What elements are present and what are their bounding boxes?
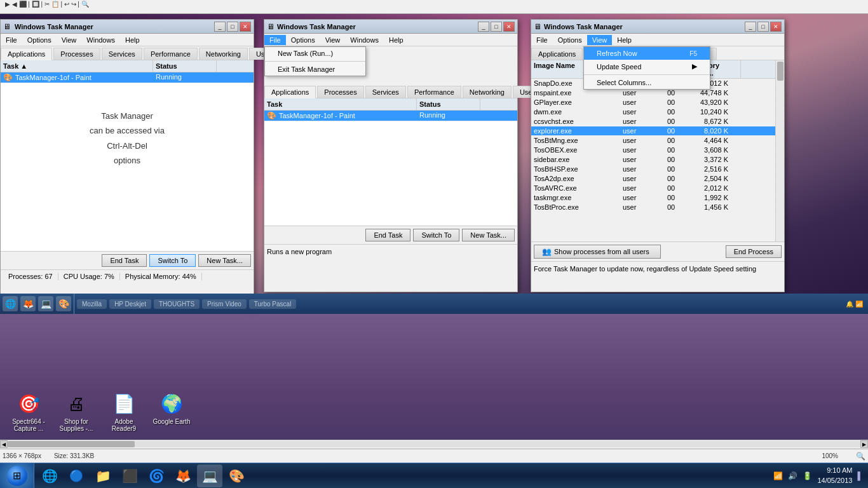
window2-tab-networking[interactable]: Networking xyxy=(463,86,512,98)
window1-minimize[interactable]: _ xyxy=(214,22,226,32)
window3-minimize[interactable]: _ xyxy=(745,22,756,32)
window1-maximize[interactable]: □ xyxy=(227,22,238,32)
window1-new-task-btn[interactable]: New Task... xyxy=(198,254,251,267)
window2-new-task-btn[interactable]: New Task... xyxy=(462,229,515,241)
window1-tab-performance[interactable]: Performance xyxy=(144,48,198,60)
window3-end-process-btn[interactable]: End Process xyxy=(726,245,782,258)
window3-process-row-8[interactable]: sidebar.exe user 00 3,372 K xyxy=(531,155,784,165)
window3-process-row-1[interactable]: mspaint.exe user 00 44,748 K xyxy=(531,88,784,98)
window3-process-row-11[interactable]: TosAVRC.exe user 00 2,012 K xyxy=(531,184,784,193)
window2-close[interactable]: ✕ xyxy=(503,22,515,32)
window3-process-row-13[interactable]: TosBtProc.exe user 00 1,456 K xyxy=(531,203,784,212)
window3-menu-file[interactable]: File xyxy=(531,35,553,45)
taskbar2-item3[interactable]: THOUGHTS xyxy=(154,299,200,309)
window2-tab-performance[interactable]: Performance xyxy=(407,86,461,98)
window3-menu-help[interactable]: Help xyxy=(612,35,637,45)
start-orb[interactable]: ⊞ xyxy=(7,466,27,486)
window2-menu-view[interactable]: View xyxy=(320,35,346,45)
window2-tab-processes[interactable]: Processes xyxy=(317,86,363,98)
window3-process-row-6[interactable]: TosBtMng.exe user 00 4,464 K xyxy=(531,136,784,146)
window1-col-task[interactable]: Task ▲ xyxy=(1,60,153,72)
window3-process-row-2[interactable]: GPlayer.exe user 00 43,920 K xyxy=(531,98,784,107)
window3-scroll-thumb[interactable] xyxy=(777,62,783,81)
start-button[interactable]: ⊞ xyxy=(0,463,34,489)
window2-row-paint[interactable]: 🎨 TaskManager-1of - Paint Running xyxy=(264,111,517,121)
taskbar-icon-taskman[interactable]: 💻 xyxy=(197,464,222,487)
window1-tab-processes[interactable]: Processes xyxy=(53,48,100,60)
window1-tab-services[interactable]: Services xyxy=(102,48,142,60)
taskbar-icon-explorer[interactable]: 📁 xyxy=(90,464,116,487)
window3-close[interactable]: ✕ xyxy=(770,22,782,32)
window3-view-update-speed[interactable]: Update Speed ▶ xyxy=(584,60,710,73)
taskbar-icon-ie[interactable]: 🌐 xyxy=(37,464,62,487)
window3-process-row-12[interactable]: taskmgr.exe user 00 1,992 K xyxy=(531,193,784,203)
desktop-icon-google-earth[interactable]: 🌍 Google Earth xyxy=(146,391,197,426)
window1-menu-file[interactable]: File xyxy=(1,35,22,45)
window2-menu-windows[interactable]: Windows xyxy=(345,35,384,45)
window3-process-row-5[interactable]: explorer.exe user 00 8,020 K xyxy=(531,126,784,136)
window2-switch-to-btn[interactable]: Switch To xyxy=(413,229,459,241)
window2-end-task-btn[interactable]: End Task xyxy=(365,229,410,241)
window1-tab-applications[interactable]: Applications xyxy=(1,48,52,60)
window2-col-task[interactable]: Task xyxy=(264,98,417,110)
window1-menu-options[interactable]: Options xyxy=(22,35,57,45)
taskbar2-item2[interactable]: HP Deskjet xyxy=(109,299,151,309)
window3-view-select-columns[interactable]: Select Columns... xyxy=(584,76,710,89)
tray-battery-icon[interactable]: 🔋 xyxy=(803,471,812,480)
window3-maximize[interactable]: □ xyxy=(757,22,769,32)
window2-tab-services[interactable]: Services xyxy=(365,86,406,98)
window2-menu-options[interactable]: Options xyxy=(286,35,320,45)
desktop-icon-adobe[interactable]: 📄 AdobeReader9 xyxy=(98,391,149,433)
window2-menu-new-task[interactable]: New Task (Run...) xyxy=(265,47,365,60)
taskbar-icon-ie2[interactable]: 🔵 xyxy=(64,464,89,487)
window3-view-refresh[interactable]: Refresh Now F5 xyxy=(584,47,710,60)
window2-minimize[interactable]: _ xyxy=(478,22,489,32)
window1-close[interactable]: ✕ xyxy=(240,22,251,32)
window3-scrollbar[interactable] xyxy=(775,60,784,241)
tray-network-icon[interactable]: 📶 xyxy=(773,471,783,480)
taskbar-icon-paint[interactable]: 🎨 xyxy=(224,464,249,487)
window2-tab-applications[interactable]: Applications xyxy=(264,86,316,98)
window3-titlebar[interactable]: 🖥 Windows Task Manager _ □ ✕ xyxy=(531,20,784,34)
window3-process-row-4[interactable]: ccsvchst.exe user 00 8,672 K xyxy=(531,117,784,126)
window1-row-paint[interactable]: 🎨 TaskManager-1of - Paint Running xyxy=(1,72,254,83)
window1-col-status[interactable]: Status xyxy=(153,60,217,72)
window1-tab-networking[interactable]: Networking xyxy=(199,48,248,60)
window3-show-all-btn[interactable]: 👥 Show processes from all users xyxy=(534,245,661,259)
window2-menu-exit[interactable]: Exit Task Manager xyxy=(265,63,365,76)
ql-firefox-icon[interactable]: 🦊 xyxy=(20,296,36,311)
window3-process-row-7[interactable]: TosOBEX.exe user 00 3,608 K xyxy=(531,146,784,155)
window3-menu-view[interactable]: View xyxy=(587,35,613,45)
window3-process-row-3[interactable]: dwm.exe user 00 10,240 K xyxy=(531,107,784,117)
window1-menu-help[interactable]: Help xyxy=(120,35,145,45)
window1-end-task-btn[interactable]: End Task xyxy=(102,254,147,267)
window2-menu-help[interactable]: Help xyxy=(384,35,409,45)
tray-clock[interactable]: 9:10 AM 14/05/2013 xyxy=(817,466,852,485)
window3-menu-options[interactable]: Options xyxy=(553,35,587,45)
desktop-icon-spectr[interactable]: 🎯 Spectr664 -Capture ... xyxy=(3,391,54,433)
taskbar-icon-cmd[interactable]: ⬛ xyxy=(117,464,142,487)
taskbar2-item5[interactable]: Turbo Pascal xyxy=(249,299,297,309)
desktop-icon-shop[interactable]: 🖨 Shop forSupplies -... xyxy=(51,391,102,433)
window1-menu-view[interactable]: View xyxy=(57,35,82,45)
ql-ie-icon[interactable]: 🌐 xyxy=(3,296,18,311)
h-scrollbar[interactable]: ◀ ▶ xyxy=(0,440,868,449)
tray-volume-icon[interactable]: 🔊 xyxy=(788,471,797,480)
window3-process-row-10[interactable]: TosA2dp.exe user 00 2,504 K xyxy=(531,174,784,184)
tray-show-desktop[interactable]: ▌ xyxy=(857,471,863,480)
taskbar2-item4[interactable]: Prism Video xyxy=(202,299,247,309)
window3-process-row-9[interactable]: TosBtHSP.exe user 00 2,516 K xyxy=(531,165,784,174)
window1-switch-to-btn[interactable]: Switch To xyxy=(149,254,196,267)
taskbar-icon-firefox[interactable]: 🦊 xyxy=(170,464,196,487)
window1-menu-windows[interactable]: Windows xyxy=(81,35,120,45)
window2-menu-file[interactable]: File xyxy=(264,35,286,45)
window2-col-status[interactable]: Status xyxy=(417,98,480,110)
taskbar2-item1[interactable]: Mozilla xyxy=(77,299,107,309)
window2-maximize[interactable]: □ xyxy=(491,22,502,32)
window2-titlebar[interactable]: 🖥 Windows Task Manager _ □ ✕ xyxy=(264,20,517,34)
window3-tab-applications[interactable]: Applications xyxy=(531,48,583,60)
taskbar-icon-chrome[interactable]: 🌀 xyxy=(144,464,169,487)
window1-titlebar[interactable]: 🖥 Windows Task Manager _ □ ✕ xyxy=(1,20,254,34)
ql-taskman-icon[interactable]: 💻 xyxy=(38,296,53,311)
ql-paint-icon[interactable]: 🎨 xyxy=(56,296,71,311)
